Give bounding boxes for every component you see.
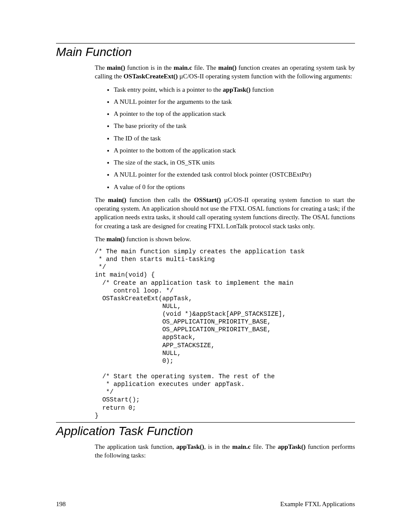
footer-right-text: Example FTXL Applications bbox=[280, 501, 355, 508]
bold-text: appTask() bbox=[278, 443, 305, 450]
section1-para2: The main() function then calls the OSSta… bbox=[95, 196, 355, 230]
list-item: The base priority of the task bbox=[114, 121, 355, 130]
code-block: /* The main function simply creates the … bbox=[95, 248, 355, 420]
text: function then calls the bbox=[126, 196, 194, 203]
bold-text: OSTaskCreateExt() bbox=[124, 73, 178, 80]
text: The bbox=[95, 236, 106, 243]
text: The application task function, bbox=[95, 443, 176, 450]
text: function is shown below. bbox=[125, 236, 191, 243]
bold-text: OSStart() bbox=[194, 196, 221, 203]
bold-text: main() bbox=[106, 236, 125, 243]
section1-para3: The main() function is shown below. bbox=[95, 235, 355, 243]
section2-para1: The application task function, appTask()… bbox=[95, 442, 355, 460]
section-rule-top-2 bbox=[56, 422, 355, 423]
section-rule-top-1 bbox=[56, 43, 355, 44]
list-item: A pointer to the bottom of the applicati… bbox=[114, 146, 355, 155]
text: file. The bbox=[192, 64, 218, 71]
bold-text: main.c bbox=[174, 64, 192, 71]
text: µC/OS-II operating system function with … bbox=[178, 73, 352, 80]
bold-text: main() bbox=[107, 64, 125, 71]
bold-text: appTask() bbox=[176, 443, 204, 450]
text: function bbox=[251, 86, 274, 93]
bold-text: main() bbox=[108, 196, 126, 203]
section1-content: The main() function is in the main.c fil… bbox=[95, 63, 355, 420]
list-item: The ID of the task bbox=[114, 134, 355, 143]
bullet-list: Task entry point, which is a pointer to … bbox=[103, 85, 355, 191]
bold-text: main() bbox=[218, 64, 237, 71]
text: The bbox=[95, 64, 107, 71]
text: The bbox=[95, 196, 108, 203]
text: Task entry point, which is a pointer to … bbox=[114, 86, 223, 93]
list-item: The size of the stack, in OS_STK units bbox=[114, 158, 355, 167]
section1-para1: The main() function is in the main.c fil… bbox=[95, 63, 355, 81]
bold-text: main.c bbox=[232, 443, 251, 450]
list-item: A value of 0 for the options bbox=[114, 183, 355, 191]
section2-content: The application task function, appTask()… bbox=[95, 442, 355, 460]
bold-text: appTask() bbox=[223, 86, 250, 93]
section-heading-app-task: Application Task Function bbox=[56, 424, 355, 438]
list-item: A NULL pointer for the arguments to the … bbox=[114, 97, 355, 106]
section-heading-main-function: Main Function bbox=[56, 45, 355, 59]
page-number: 198 bbox=[56, 501, 66, 508]
list-item: Task entry point, which is a pointer to … bbox=[114, 85, 355, 94]
text: , is in the bbox=[204, 443, 232, 450]
list-item: A NULL pointer for the extended task con… bbox=[114, 170, 355, 179]
text: file. The bbox=[251, 443, 278, 450]
text: function is in the bbox=[125, 64, 174, 71]
page-container: Main Function The main() function is in … bbox=[0, 0, 411, 532]
list-item: A pointer to the top of the application … bbox=[114, 109, 355, 118]
page-footer: 198 Example FTXL Applications bbox=[56, 501, 355, 508]
